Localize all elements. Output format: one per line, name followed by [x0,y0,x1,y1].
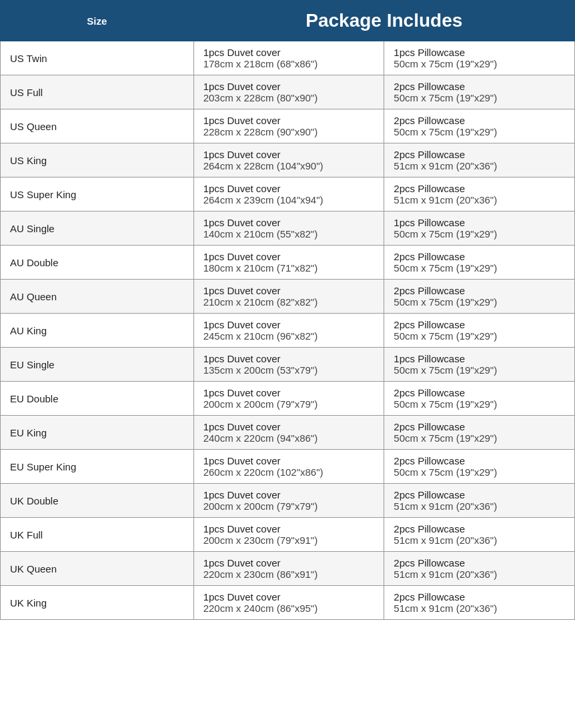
size-cell: UK Double [1,484,194,518]
table-row: UK King1pcs Duvet cover220cm x 240cm (86… [1,586,575,620]
size-cell: AU King [1,314,194,348]
size-cell: AU Queen [1,280,194,314]
pillow-cell: 2pcs Pillowcase50cm x 75cm (19"x29") [384,109,575,143]
duvet-cell: 1pcs Duvet cover210cm x 210cm (82"x82") [193,280,384,314]
duvet-cell: 1pcs Duvet cover203cm x 228cm (80"x90") [193,75,384,109]
size-cell: EU Single [1,348,194,382]
duvet-cell: 1pcs Duvet cover264cm x 239cm (104"x94") [193,177,384,212]
duvet-cell: 1pcs Duvet cover135cm x 200cm (53"x79") [193,348,384,382]
size-cell: US Twin [1,41,194,75]
pillow-cell: 2pcs Pillowcase50cm x 75cm (19"x29") [384,416,575,450]
size-cell: UK Queen [1,552,194,586]
pillow-cell: 2pcs Pillowcase50cm x 75cm (19"x29") [384,246,575,280]
pillow-cell: 2pcs Pillowcase50cm x 75cm (19"x29") [384,280,575,314]
size-cell: EU Super King [1,450,194,484]
size-cell: EU King [1,416,194,450]
pillow-cell: 1pcs Pillowcase50cm x 75cm (19"x29") [384,212,575,246]
pillow-cell: 2pcs Pillowcase51cm x 91cm (20"x36") [384,518,575,552]
size-package-table: Size Package Includes US Twin1pcs Duvet … [0,0,575,620]
pillow-cell: 2pcs Pillowcase51cm x 91cm (20"x36") [384,484,575,518]
table-row: UK Full1pcs Duvet cover200cm x 230cm (79… [1,518,575,552]
duvet-cell: 1pcs Duvet cover200cm x 200cm (79"x79") [193,484,384,518]
size-cell: UK King [1,586,194,620]
table-row: AU Single1pcs Duvet cover140cm x 210cm (… [1,212,575,246]
pillow-cell: 2pcs Pillowcase50cm x 75cm (19"x29") [384,75,575,109]
table-row: AU King1pcs Duvet cover245cm x 210cm (96… [1,314,575,348]
table-row: US Queen1pcs Duvet cover228cm x 228cm (9… [1,109,575,143]
pillow-cell: 2pcs Pillowcase50cm x 75cm (19"x29") [384,314,575,348]
table-row: EU King1pcs Duvet cover240cm x 220cm (94… [1,416,575,450]
size-cell: AU Single [1,212,194,246]
table-row: EU Double1pcs Duvet cover200cm x 200cm (… [1,382,575,416]
header-package-includes: Package Includes [193,1,574,41]
duvet-cell: 1pcs Duvet cover140cm x 210cm (55"x82") [193,212,384,246]
table-row: US King1pcs Duvet cover264cm x 228cm (10… [1,143,575,177]
size-cell: UK Full [1,518,194,552]
duvet-cell: 1pcs Duvet cover245cm x 210cm (96"x82") [193,314,384,348]
size-cell: US Full [1,75,194,109]
duvet-cell: 1pcs Duvet cover264cm x 228cm (104"x90") [193,143,384,177]
size-cell: EU Double [1,382,194,416]
duvet-cell: 1pcs Duvet cover220cm x 230cm (86"x91") [193,552,384,586]
table-row: AU Queen1pcs Duvet cover210cm x 210cm (8… [1,280,575,314]
table-row: US Full1pcs Duvet cover203cm x 228cm (80… [1,75,575,109]
duvet-cell: 1pcs Duvet cover228cm x 228cm (90"x90") [193,109,384,143]
size-cell: US Super King [1,177,194,212]
header-size: Size [1,1,194,41]
duvet-cell: 1pcs Duvet cover220cm x 240cm (86"x95") [193,586,384,620]
pillow-cell: 2pcs Pillowcase51cm x 91cm (20"x36") [384,552,575,586]
table-row: US Twin1pcs Duvet cover178cm x 218cm (68… [1,41,575,75]
pillow-cell: 2pcs Pillowcase51cm x 91cm (20"x36") [384,143,575,177]
size-cell: US King [1,143,194,177]
pillow-cell: 1pcs Pillowcase50cm x 75cm (19"x29") [384,348,575,382]
duvet-cell: 1pcs Duvet cover240cm x 220cm (94"x86") [193,416,384,450]
table-row: EU Super King1pcs Duvet cover260cm x 220… [1,450,575,484]
pillow-cell: 2pcs Pillowcase51cm x 91cm (20"x36") [384,586,575,620]
pillow-cell: 2pcs Pillowcase51cm x 91cm (20"x36") [384,177,575,212]
table-row: US Super King1pcs Duvet cover264cm x 239… [1,177,575,212]
duvet-cell: 1pcs Duvet cover178cm x 218cm (68"x86") [193,41,384,75]
duvet-cell: 1pcs Duvet cover260cm x 220cm (102"x86") [193,450,384,484]
pillow-cell: 1pcs Pillowcase50cm x 75cm (19"x29") [384,41,575,75]
pillow-cell: 2pcs Pillowcase50cm x 75cm (19"x29") [384,382,575,416]
duvet-cell: 1pcs Duvet cover180cm x 210cm (71"x82") [193,246,384,280]
table-row: EU Single1pcs Duvet cover135cm x 200cm (… [1,348,575,382]
duvet-cell: 1pcs Duvet cover200cm x 230cm (79"x91") [193,518,384,552]
table-row: UK Double1pcs Duvet cover200cm x 200cm (… [1,484,575,518]
duvet-cell: 1pcs Duvet cover200cm x 200cm (79"x79") [193,382,384,416]
size-cell: US Queen [1,109,194,143]
table-row: AU Double1pcs Duvet cover180cm x 210cm (… [1,246,575,280]
size-cell: AU Double [1,246,194,280]
table-row: UK Queen1pcs Duvet cover220cm x 230cm (8… [1,552,575,586]
pillow-cell: 2pcs Pillowcase50cm x 75cm (19"x29") [384,450,575,484]
